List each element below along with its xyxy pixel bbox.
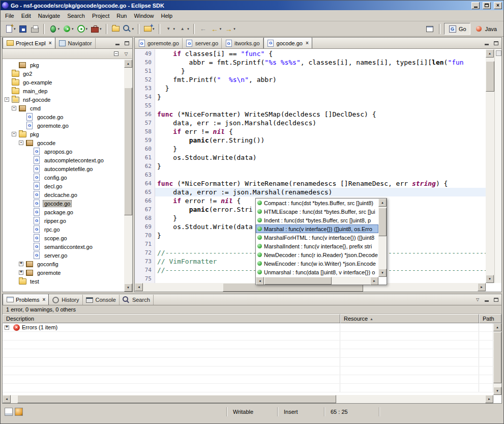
code-line-50[interactable]: 50 abbr = fmt.Sprintf("%s %s%s", classes… bbox=[135, 58, 486, 67]
debug-button[interactable]: ▾ bbox=[47, 23, 62, 35]
minimize-view-button[interactable] bbox=[113, 39, 122, 47]
new-project-button[interactable]: ▾ bbox=[142, 23, 156, 35]
assist-item[interactable]: NewDecoder : func(r io.Reader) *json.Dec… bbox=[256, 250, 378, 259]
dropdown-arrow-icon[interactable]: ▾ bbox=[100, 27, 102, 31]
explorer-vscroll[interactable]: ▲▼ bbox=[124, 60, 132, 292]
scrollbar-thumb[interactable] bbox=[378, 208, 387, 236]
tree-item-nsf-gocode[interactable]: -nsf-gocode bbox=[3, 95, 124, 104]
scroll-up-button[interactable]: ▲ bbox=[486, 49, 494, 58]
minimize-window-button[interactable] bbox=[471, 2, 480, 9]
scrollbar-thumb[interactable] bbox=[264, 277, 332, 285]
problems-row[interactable]: +×Errors (1 item) bbox=[3, 323, 493, 332]
go-builder-icon[interactable] bbox=[15, 408, 23, 416]
forward-button[interactable]: ▾ bbox=[223, 23, 237, 35]
back-button[interactable]: ▾ bbox=[209, 23, 223, 35]
assist-item[interactable]: NewEncoder : func(w io.Writer) *json.Enc… bbox=[256, 259, 378, 268]
perspective-java-button[interactable]: Java bbox=[470, 23, 501, 35]
save-button[interactable] bbox=[17, 23, 29, 35]
scrollbar-thumb[interactable] bbox=[124, 88, 132, 215]
tree-item-gocode-go[interactable]: gocode.go bbox=[3, 112, 124, 121]
tree-item-go-example[interactable]: go-example bbox=[3, 78, 124, 87]
editor-tab-server-go[interactable]: server.go bbox=[183, 38, 222, 48]
problems-tab-console[interactable]: Console bbox=[83, 295, 120, 305]
tree-item-main-dep[interactable]: main_dep bbox=[3, 87, 124, 95]
expand-toggle-icon[interactable]: + bbox=[19, 262, 23, 266]
tree-item-server-go[interactable]: server.go bbox=[3, 251, 124, 260]
dropdown-arrow-icon[interactable]: ▾ bbox=[233, 27, 235, 31]
assist-item[interactable]: Indent : func(dst *bytes.Buffer, src []u… bbox=[256, 216, 378, 224]
code-line-57[interactable]: 57 data, err := json.Marshal(decldescs) bbox=[135, 119, 486, 127]
tree-item-test[interactable]: test bbox=[3, 277, 124, 286]
editor-tab-itworks-go[interactable]: itworks.go bbox=[222, 38, 263, 48]
tree-item-package-go[interactable]: package.go bbox=[3, 208, 124, 216]
tree-item-label[interactable]: cmd bbox=[28, 105, 42, 112]
tree-item-semanticcontext-go[interactable]: semanticcontext.go bbox=[3, 242, 124, 251]
tree-item-pkg[interactable]: -pkg bbox=[3, 130, 124, 138]
assist-item[interactable]: MarshalForHTML : func(v interface{}) ([]… bbox=[256, 233, 378, 242]
menu-file[interactable]: File bbox=[2, 11, 18, 20]
tree-item-autocompletecontext-go[interactable]: autocompletecontext.go bbox=[3, 156, 124, 164]
open-perspective-button[interactable] bbox=[424, 23, 435, 35]
dropdown-arrow-icon[interactable]: ▾ bbox=[187, 27, 189, 31]
close-tab-icon[interactable]: × bbox=[42, 297, 45, 302]
tree-item-apropos-go[interactable]: apropos.go bbox=[3, 147, 124, 156]
code-line-54[interactable]: 54} bbox=[135, 93, 486, 101]
dropdown-arrow-icon[interactable]: ▾ bbox=[86, 27, 88, 31]
tree-item-goremote-go[interactable]: goremote.go bbox=[3, 121, 124, 130]
tree-item-autocompletefile-go[interactable]: autocompletefile.go bbox=[3, 164, 124, 173]
overview-ruler[interactable] bbox=[494, 49, 501, 283]
problems-tab-search[interactable]: Search bbox=[120, 295, 154, 305]
minimize-editor-button[interactable] bbox=[482, 39, 491, 47]
code-line-52[interactable]: 52 fmt.Printf(" %s\n", abbr) bbox=[135, 75, 486, 84]
editor-tab-gocode-go[interactable]: gocode.go× bbox=[263, 38, 312, 48]
code-line-63[interactable]: 63 bbox=[135, 171, 486, 179]
problems-view-menu-button[interactable]: ▽ bbox=[473, 296, 482, 304]
menu-edit[interactable]: Edit bbox=[18, 11, 35, 20]
tree-item-label[interactable]: go-example bbox=[21, 79, 53, 86]
code-line-55[interactable]: 55 bbox=[135, 101, 486, 110]
scroll-up-button[interactable]: ▲ bbox=[124, 60, 132, 68]
problems-hscroll[interactable]: ◄► bbox=[3, 395, 493, 403]
menu-search[interactable]: Search bbox=[64, 11, 88, 20]
expand-toggle-icon[interactable]: + bbox=[5, 325, 9, 330]
tree-item-label[interactable]: package.go bbox=[43, 209, 75, 216]
tree-item-label[interactable]: nsf-gocode bbox=[21, 96, 52, 103]
next-annotation-button[interactable]: ▾ bbox=[163, 23, 177, 35]
dropdown-arrow-icon[interactable]: ▾ bbox=[132, 27, 134, 31]
tree-item-label[interactable]: go2 bbox=[21, 70, 34, 77]
maximize-editor-button[interactable] bbox=[491, 39, 500, 47]
menu-help[interactable]: Help bbox=[158, 11, 176, 20]
assist-item[interactable]: Compact : func(dst *bytes.Buffer, src []… bbox=[256, 199, 378, 207]
tree-item-pkg[interactable]: pkg bbox=[3, 61, 124, 69]
scroll-left-button[interactable]: ◄ bbox=[135, 283, 143, 291]
menu-navigate[interactable]: Navigate bbox=[35, 11, 64, 20]
open-resource-button[interactable] bbox=[110, 23, 122, 35]
collapse-toggle-icon[interactable]: - bbox=[12, 132, 16, 136]
explorer-tab-project-expl[interactable]: Project Expl× bbox=[3, 38, 55, 48]
maximize-view-button[interactable] bbox=[122, 39, 131, 47]
tree-item-label[interactable]: gocode.go bbox=[36, 114, 65, 121]
scroll-right-button[interactable]: ► bbox=[370, 277, 378, 285]
collapse-all-button[interactable] bbox=[111, 50, 121, 58]
search-button[interactable]: ▾ bbox=[122, 23, 136, 35]
menu-project[interactable]: Project bbox=[88, 11, 113, 20]
tree-item-label[interactable]: goremote bbox=[36, 269, 62, 276]
problems-vscroll[interactable]: ▲▼ bbox=[493, 323, 501, 395]
code-line-61[interactable]: 61 os.Stdout.Write(data) bbox=[135, 153, 486, 162]
column-header-path[interactable]: Path bbox=[479, 314, 501, 323]
scrollbar-thumb[interactable] bbox=[493, 332, 501, 384]
tree-item-label[interactable]: ripper.go bbox=[43, 217, 68, 224]
code-line-64[interactable]: 64func (*NiceFormatter) WriteRename(rena… bbox=[135, 179, 486, 188]
tree-item-label[interactable]: autocompletecontext.go bbox=[43, 157, 105, 164]
menu-window[interactable]: Window bbox=[130, 11, 157, 20]
tree-item-gocode-go[interactable]: gocode.go bbox=[3, 199, 124, 208]
close-tab-icon[interactable]: × bbox=[49, 40, 52, 46]
tree-item-label[interactable]: main_dep bbox=[21, 88, 49, 95]
tree-item-rpc-go[interactable]: rpc.go bbox=[3, 225, 124, 234]
tree-item-declcache-go[interactable]: declcache.go bbox=[3, 190, 124, 199]
tree-item-cmd[interactable]: -cmd bbox=[3, 104, 124, 112]
assist-item[interactable]: HTMLEscape : func(dst *bytes.Buffer, src… bbox=[256, 207, 378, 216]
print-button[interactable] bbox=[29, 23, 41, 35]
assist-item[interactable]: Unmarshal : func(data []uint8, v interfa… bbox=[256, 268, 378, 276]
tree-item-label[interactable]: pkg bbox=[28, 131, 41, 138]
